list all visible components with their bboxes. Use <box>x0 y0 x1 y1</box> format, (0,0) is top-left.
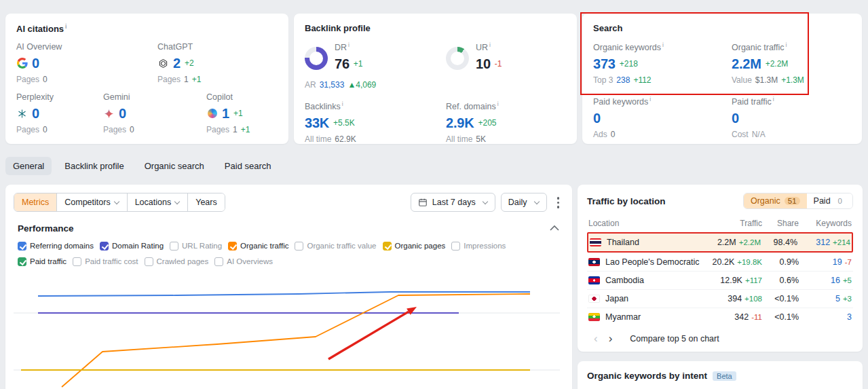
location-row-japan[interactable]: Japan 394+108 <0.1% 5+3 <box>587 289 853 308</box>
paid-keywords-label: Paid keywords <box>593 96 732 107</box>
flag-japan-icon <box>588 295 600 303</box>
compare-top5-link[interactable]: Compare top 5 on chart <box>630 334 719 344</box>
performance-line-chart <box>14 273 560 389</box>
metric-toggle-referring-domains[interactable]: Referring domains <box>18 242 94 251</box>
annotation-arrow <box>407 307 417 315</box>
checkbox-icon <box>170 242 178 251</box>
metric-checkbox-list: Referring domains Domain Rating URL Rati… <box>14 242 564 266</box>
checkbox-icon <box>451 242 460 251</box>
ai-item-value[interactable]: 0 <box>119 105 126 122</box>
tab-general[interactable]: General <box>5 157 52 175</box>
keywords-link[interactable]: 16 <box>831 276 840 285</box>
metric-toggle-paid-traffic[interactable]: Paid traffic <box>18 257 67 266</box>
tab-backlink-profile[interactable]: Backlink profile <box>57 157 131 175</box>
ai-item-value[interactable]: 0 <box>32 55 39 71</box>
gemini-icon <box>103 108 115 119</box>
metric-toggle-organic-pages[interactable]: Organic pages <box>383 242 446 251</box>
more-options-icon[interactable] <box>552 193 565 212</box>
metric-toggle-domain-rating[interactable]: Domain Rating <box>100 242 164 251</box>
date-range-button[interactable]: Last 7 days <box>411 193 495 212</box>
granularity-button[interactable]: Daily <box>501 193 547 212</box>
top3-delta: +112 <box>633 75 651 85</box>
chart-mode-segments: MetricsCompetitorsLocationsYears <box>14 193 225 212</box>
keywords-delta: +5 <box>843 276 852 284</box>
ai-citation-item: ChatGPT 2+2 Pages 1 +1 <box>157 42 201 84</box>
traffic-value-label: Value <box>732 75 752 85</box>
paid-toggle[interactable]: Paid 0 <box>807 193 852 208</box>
metric-label: Crawled pages <box>157 257 209 265</box>
paid-traffic-value[interactable]: 0 <box>732 110 739 126</box>
ref-domains-value[interactable]: 2.9K <box>446 115 474 131</box>
metric-label: Paid traffic <box>30 257 67 265</box>
metric-toggle-organic-traffic-value[interactable]: Organic traffic value <box>295 242 376 251</box>
ur-donut-chart <box>446 47 469 70</box>
metric-toggle-impressions[interactable]: Impressions <box>451 242 506 251</box>
checkbox-icon <box>100 242 109 251</box>
location-row-laos[interactable]: Lao People's Democratic Reput 20.2K+19.8… <box>587 253 853 271</box>
flag-laos-icon <box>588 258 600 266</box>
segment-years[interactable]: Years <box>187 193 225 211</box>
ar-value[interactable]: 31,533 <box>320 80 345 90</box>
top3-value[interactable]: 238 <box>616 75 630 85</box>
traffic-value: 2.2M <box>717 238 736 247</box>
checkbox-icon <box>228 242 237 251</box>
prev-page-icon[interactable]: ‹ <box>588 333 603 344</box>
flag-myanmar-icon <box>588 313 600 321</box>
ref-domains-alltime-label: All time <box>446 134 472 144</box>
checkbox-icon <box>383 242 392 251</box>
organic-traffic-stat: Organic traffic 2.2M +2.2M Value $1.3M +… <box>732 41 851 85</box>
metric-label: Impressions <box>464 242 506 250</box>
paid-count-badge: 0 <box>835 197 846 205</box>
pages-value: 1 <box>184 75 189 84</box>
segment-metrics[interactable]: Metrics <box>14 193 56 211</box>
metric-toggle-paid-traffic-cost[interactable]: Paid traffic cost <box>73 257 138 266</box>
backlinks-alltime-label: All time <box>305 134 331 144</box>
traffic-by-location-card: Traffic by location Organic 51 Paid 0 Lo… <box>578 185 863 352</box>
organic-traffic-label: Organic traffic <box>732 41 851 52</box>
tab-paid-search[interactable]: Paid search <box>217 157 279 175</box>
metric-toggle-ai-overviews[interactable]: AI Overviews <box>214 257 273 266</box>
backlinks-value[interactable]: 33K <box>305 115 329 131</box>
ar-delta: ▲4,069 <box>347 80 376 90</box>
ahrefs-rank-row: AR 31,533 ▲4,069 <box>305 80 446 90</box>
ai-item-label: Gemini <box>103 92 206 102</box>
location-row-cambodia[interactable]: Cambodia 12.9K+117 0.6% 16+5 <box>587 271 853 289</box>
segment-competitors[interactable]: Competitors <box>56 193 126 211</box>
organic-keywords-value[interactable]: 373 <box>593 56 616 72</box>
location-row-thailand[interactable]: Thailand 2.2M+2.2M 98.4% 312+214 <box>587 232 853 253</box>
ai-item-value[interactable]: 1 <box>222 105 229 122</box>
chatgpt-icon <box>157 58 169 69</box>
metric-label: Paid traffic cost <box>85 257 138 265</box>
keywords-by-intent-card: Organic keywords by intent Beta <box>578 361 863 389</box>
keywords-delta: +3 <box>843 295 852 303</box>
ai-pages-delta: +1 <box>192 75 202 84</box>
next-page-icon[interactable]: › <box>603 333 618 344</box>
metric-label: Domain Rating <box>112 242 164 250</box>
backlinks-label: Backlinks <box>305 100 446 111</box>
keywords-link[interactable]: 5 <box>835 294 840 303</box>
location-table-footer: ‹ › Compare top 5 on chart <box>587 333 853 344</box>
collapse-chevron-up-icon[interactable] <box>549 225 560 231</box>
organic-traffic-value[interactable]: 2.2M <box>732 56 761 72</box>
organic-toggle[interactable]: Organic 51 <box>744 193 807 208</box>
metric-toggle-organic-traffic[interactable]: Organic traffic <box>228 242 288 251</box>
location-name: Cambodia <box>605 276 644 285</box>
metric-toggle-crawled-pages[interactable]: Crawled pages <box>145 257 209 266</box>
paid-keywords-value[interactable]: 0 <box>593 110 601 126</box>
tab-organic-search[interactable]: Organic search <box>137 157 212 175</box>
metric-toggle-url-rating[interactable]: URL Rating <box>170 242 222 251</box>
segment-locations[interactable]: Locations <box>127 193 188 211</box>
keywords-link[interactable]: 19 <box>833 257 842 267</box>
pages-value: 0 <box>43 75 48 84</box>
backlinks-delta: +5.5K <box>333 118 355 128</box>
ai-item-value[interactable]: 2 <box>173 55 181 71</box>
location-row-myanmar[interactable]: Myanmar 342-11 <0.1% 3 <box>587 308 853 326</box>
calendar-icon <box>418 198 428 207</box>
pages-label: Pages <box>157 75 181 84</box>
ai-item-value[interactable]: 0 <box>32 105 39 122</box>
keywords-link[interactable]: 3 <box>847 312 852 322</box>
paid-traffic-stat: Paid traffic 0 Cost N/A <box>732 96 851 139</box>
checkbox-icon <box>18 242 26 251</box>
location-table-header: Location Traffic Share Keywords <box>587 216 853 232</box>
keywords-link[interactable]: 312 <box>816 238 830 247</box>
